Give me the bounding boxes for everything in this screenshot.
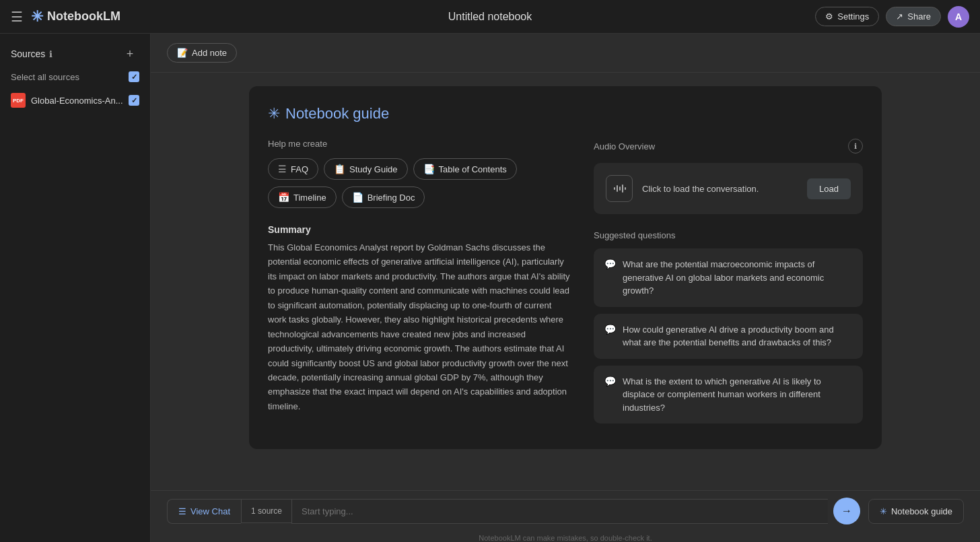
main-layout: Sources ℹ + Select all sources PDF Globa… <box>0 34 980 542</box>
timeline-icon: 📅 <box>278 192 289 203</box>
sidebar: Sources ℹ + Select all sources PDF Globa… <box>0 34 151 542</box>
briefing-doc-label: Briefing Doc <box>368 193 415 203</box>
view-chat-label: View Chat <box>190 506 230 516</box>
select-all-label: Select all sources <box>11 72 79 82</box>
question-icon-2: 💬 <box>604 324 616 335</box>
question-icon-1: 💬 <box>604 259 616 269</box>
audio-load-text: Click to load the conversation. <box>642 184 798 194</box>
svg-rect-3 <box>622 184 623 193</box>
share-label: Share <box>907 11 931 22</box>
guide-title: ✳ Notebook guide <box>268 105 863 123</box>
logo-text: NotebookLM <box>47 9 120 24</box>
settings-button[interactable]: ⚙ Settings <box>815 7 879 26</box>
question-text-2: How could generative AI drive a producti… <box>623 323 852 349</box>
chat-input[interactable] <box>291 499 828 524</box>
avatar[interactable]: A <box>948 6 969 28</box>
guide-asterisk-icon: ✳ <box>268 105 280 123</box>
settings-label: Settings <box>837 11 869 22</box>
summary-text: This Global Economics Analyst report by … <box>268 240 572 413</box>
chips-row-1: ☰ FAQ 📋 Study Guide 📑 Table of Contents <box>268 158 572 180</box>
select-all-row: Select all sources <box>0 69 150 88</box>
guide-right: Audio Overview ℹ <box>594 139 863 430</box>
send-button[interactable]: → <box>833 498 860 524</box>
svg-rect-1 <box>617 185 618 192</box>
bottom-bar: ☰ View Chat 1 source → ✳ Notebook guide <box>151 490 980 531</box>
faq-icon: ☰ <box>278 164 287 174</box>
view-chat-button[interactable]: ☰ View Chat <box>167 499 241 524</box>
guide-inner: ✳ Notebook guide Help me create ☰ FAQ <box>249 86 882 449</box>
share-button[interactable]: ↗ Share <box>886 7 941 26</box>
faq-label: FAQ <box>291 164 308 174</box>
source-name: Global-Economics-An... <box>31 96 123 106</box>
study-guide-label: Study Guide <box>349 164 398 174</box>
bottom-bar-inner: ☰ View Chat 1 source → ✳ Notebook guide <box>167 498 964 524</box>
faq-chip[interactable]: ☰ FAQ <box>268 158 318 180</box>
audio-waveform-icon <box>606 175 633 202</box>
add-note-icon: 📝 <box>177 48 188 58</box>
guide-columns: Help me create ☰ FAQ 📋 Study Guide <box>268 139 863 430</box>
suggested-questions-title: Suggested questions <box>594 230 863 240</box>
disclaimer: NotebookLM can make mistakes, so double-… <box>151 531 980 542</box>
timeline-chip[interactable]: 📅 Timeline <box>268 187 337 208</box>
study-guide-icon: 📋 <box>334 164 345 174</box>
summary-section: Summary This Global Economics Analyst re… <box>268 224 572 413</box>
source-badge: 1 source <box>241 499 291 523</box>
table-of-contents-label: Table of Contents <box>439 164 507 174</box>
logo-asterisk-icon: ✳ <box>31 8 43 26</box>
study-guide-chip[interactable]: 📋 Study Guide <box>324 158 408 180</box>
briefing-doc-chip[interactable]: 📄 Briefing Doc <box>342 187 425 208</box>
notebook-guide-button[interactable]: ✳ Notebook guide <box>868 499 964 524</box>
chips-row-2: 📅 Timeline 📄 Briefing Doc <box>268 187 572 208</box>
audio-info-icon[interactable]: ℹ <box>848 139 863 154</box>
add-note-label: Add note <box>192 48 227 58</box>
question-card-3[interactable]: 💬 What is the extent to which generative… <box>594 366 863 424</box>
pdf-icon: PDF <box>11 93 26 108</box>
notebook-guide-asterisk-icon: ✳ <box>880 506 887 516</box>
load-button[interactable]: Load <box>807 178 851 199</box>
menu-icon[interactable]: ☰ <box>11 9 23 25</box>
question-card-2[interactable]: 💬 How could generative AI drive a produc… <box>594 314 863 359</box>
briefing-doc-icon: 📄 <box>352 192 363 203</box>
question-card-1[interactable]: 💬 What are the potential macroeconomic i… <box>594 248 863 307</box>
audio-card: Click to load the conversation. Load <box>594 163 863 214</box>
svg-rect-0 <box>614 187 615 190</box>
chat-icon: ☰ <box>178 506 186 516</box>
question-icon-3: 💬 <box>604 376 616 386</box>
svg-rect-4 <box>625 187 626 190</box>
table-of-contents-chip[interactable]: 📑 Table of Contents <box>413 158 517 180</box>
summary-title: Summary <box>268 224 572 235</box>
app-header: ☰ ✳ NotebookLM Untitled notebook ⚙ Setti… <box>0 0 980 34</box>
sources-title: Sources ℹ <box>11 48 53 59</box>
sources-info-icon: ℹ <box>49 49 53 59</box>
audio-overview-title: Audio Overview <box>594 141 655 151</box>
timeline-label: Timeline <box>293 193 326 203</box>
source-item[interactable]: PDF Global-Economics-An... <box>0 88 150 113</box>
guide-left: Help me create ☰ FAQ 📋 Study Guide <box>268 139 572 430</box>
add-note-button[interactable]: 📝 Add note <box>167 43 237 63</box>
source-checkbox[interactable] <box>129 95 139 106</box>
notebook-title[interactable]: Untitled notebook <box>448 11 532 23</box>
app-logo: ✳ NotebookLM <box>31 8 120 26</box>
svg-rect-2 <box>619 187 621 191</box>
content-toolbar: 📝 Add note <box>151 34 980 73</box>
question-text-3: What is the extent to which generative A… <box>623 375 852 415</box>
sources-header: Sources ℹ + <box>0 34 150 69</box>
sources-label: Sources <box>11 48 45 59</box>
question-text-1: What are the potential macroeconomic imp… <box>623 258 852 298</box>
guide-panel: ✳ Notebook guide Help me create ☰ FAQ <box>151 73 980 490</box>
settings-icon: ⚙ <box>825 11 833 22</box>
select-all-checkbox[interactable] <box>129 71 139 82</box>
help-create-label: Help me create <box>268 139 572 149</box>
notebook-guide-label: Notebook guide <box>891 506 952 516</box>
audio-overview-header: Audio Overview ℹ <box>594 139 863 154</box>
add-source-button[interactable]: + <box>120 44 139 63</box>
content-area: 📝 Add note ✳ Notebook guide Help me crea… <box>151 34 980 542</box>
share-icon: ↗ <box>896 11 903 22</box>
table-of-contents-icon: 📑 <box>423 164 435 174</box>
guide-title-text: Notebook guide <box>285 105 389 123</box>
header-actions: ⚙ Settings ↗ Share A <box>815 6 969 28</box>
